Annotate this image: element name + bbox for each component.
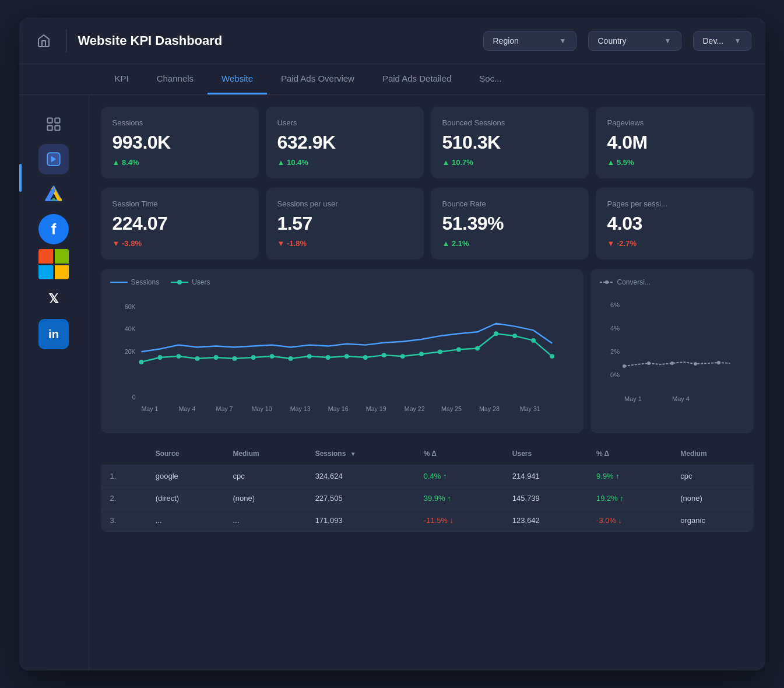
tab-paid-ads-overview[interactable]: Paid Ads Overview bbox=[267, 64, 368, 94]
col-sessions-pct[interactable]: % Δ bbox=[414, 443, 503, 465]
svg-point-53 bbox=[512, 334, 517, 338]
svg-text:May 1: May 1 bbox=[624, 395, 642, 402]
svg-point-12 bbox=[177, 280, 182, 285]
tab-channels[interactable]: Channels bbox=[143, 64, 208, 94]
kpi-card-users: Users 632.9K ▲ 10.4% bbox=[266, 107, 424, 178]
sidebar-item-linkedin[interactable]: in bbox=[38, 319, 69, 349]
svg-point-40 bbox=[269, 354, 274, 359]
svg-text:May 13: May 13 bbox=[290, 405, 310, 412]
home-icon[interactable] bbox=[33, 30, 54, 51]
kpi-card-pageviews: Pageviews 4.0M ▲ 5.5% bbox=[596, 107, 754, 178]
svg-rect-3 bbox=[55, 125, 59, 130]
kpi-label-bounce-rate: Bounce Rate bbox=[442, 199, 577, 208]
tabs-bar: KPI Channels Website Paid Ads Overview P… bbox=[19, 64, 765, 95]
col-sessions[interactable]: Sessions ▼ bbox=[306, 443, 414, 465]
svg-point-44 bbox=[344, 354, 349, 359]
table-row: 3. ... ... 171,093 -11.5% ↓ 123,642 -3.0… bbox=[101, 510, 754, 532]
device-dropdown[interactable]: Dev... ▼ bbox=[693, 31, 751, 51]
kpi-change-pages-per-session: ▼ -2.7% bbox=[607, 239, 742, 248]
svg-text:May 28: May 28 bbox=[479, 405, 499, 412]
svg-text:0: 0 bbox=[132, 394, 135, 401]
kpi-label-sessions: Sessions bbox=[112, 118, 247, 127]
tab-social[interactable]: Soc... bbox=[465, 64, 515, 94]
svg-point-55 bbox=[550, 354, 554, 359]
svg-point-50 bbox=[456, 347, 461, 352]
main-layout: f 𝕏 in Sessions 993.0K ▲ 8.4% Users bbox=[19, 95, 765, 671]
svg-point-69 bbox=[647, 361, 651, 365]
kpi-card-bounce-rate: Bounce Rate 51.39% ▲ 2.1% bbox=[431, 188, 589, 259]
col-users-pct[interactable]: % Δ bbox=[587, 443, 671, 465]
svg-text:May 19: May 19 bbox=[365, 405, 386, 412]
kpi-value-pages-per-session: 4.03 bbox=[607, 213, 742, 234]
kpi-change-bounced-sessions: ▲ 10.7% bbox=[442, 158, 577, 167]
tab-kpi[interactable]: KPI bbox=[101, 64, 143, 94]
svg-text:May 7: May 7 bbox=[216, 405, 233, 412]
sidebar-item-dashboard[interactable] bbox=[38, 109, 69, 139]
svg-text:6%: 6% bbox=[610, 301, 620, 308]
svg-point-49 bbox=[438, 349, 442, 354]
kpi-card-session-time: Session Time 224.07 ▼ -3.8% bbox=[101, 188, 259, 259]
kpi-value-sessions-per-user: 1.57 bbox=[277, 213, 412, 234]
kpi-change-bounce-rate: ▲ 2.1% bbox=[442, 239, 577, 248]
table-row: 2. (direct) (none) 227,505 39.9% ↑ 145,7… bbox=[101, 487, 754, 510]
kpi-label-bounced-sessions: Bounced Sessions bbox=[442, 118, 577, 127]
kpi-change-session-time: ▼ -3.8% bbox=[112, 239, 247, 248]
svg-point-70 bbox=[670, 361, 674, 365]
sidebar-item-twitter-x[interactable]: 𝕏 bbox=[38, 284, 69, 314]
kpi-change-pageviews: ▲ 5.5% bbox=[607, 158, 742, 167]
legend-sessions: Sessions bbox=[110, 278, 160, 286]
kpi-value-bounce-rate: 51.39% bbox=[442, 213, 577, 234]
charts-row: Sessions Users bbox=[101, 269, 754, 433]
sidebar-item-facebook[interactable]: f bbox=[38, 214, 69, 244]
kpi-grid-row1: Sessions 993.0K ▲ 8.4% Users 632.9K ▲ 10… bbox=[101, 107, 754, 178]
svg-text:2%: 2% bbox=[610, 348, 620, 355]
svg-rect-2 bbox=[48, 125, 52, 130]
kpi-label-pages-per-session: Pages per sessi... bbox=[607, 199, 742, 208]
legend-conversion: Conversi... bbox=[600, 278, 651, 286]
data-table-card: Source Medium Sessions ▼ % Δ Users % Δ M… bbox=[101, 443, 754, 532]
kpi-grid-row2: Session Time 224.07 ▼ -3.8% Sessions per… bbox=[101, 188, 754, 259]
region-dropdown[interactable]: Region ▼ bbox=[483, 31, 576, 51]
svg-point-45 bbox=[363, 355, 367, 360]
col-medium2[interactable]: Medium bbox=[671, 443, 753, 465]
svg-point-39 bbox=[251, 355, 255, 360]
svg-point-38 bbox=[232, 356, 237, 361]
svg-text:20K: 20K bbox=[124, 348, 135, 355]
chevron-down-icon: ▼ bbox=[560, 37, 567, 45]
content-area: Sessions 993.0K ▲ 8.4% Users 632.9K ▲ 10… bbox=[89, 95, 765, 671]
kpi-value-bounced-sessions: 510.3K bbox=[442, 132, 577, 153]
svg-text:May 1: May 1 bbox=[141, 405, 158, 412]
svg-text:40K: 40K bbox=[124, 325, 135, 332]
svg-text:0%: 0% bbox=[610, 371, 620, 378]
kpi-value-session-time: 224.07 bbox=[112, 213, 247, 234]
mini-chart-legend: Conversi... bbox=[600, 278, 744, 286]
svg-point-57 bbox=[605, 280, 609, 284]
col-users[interactable]: Users bbox=[503, 443, 587, 465]
svg-point-34 bbox=[157, 355, 162, 360]
mini-chart-card: Conversi... 6% 4% 2% 0% May 1 May 4 bbox=[590, 269, 754, 433]
svg-text:60K: 60K bbox=[124, 303, 135, 310]
chart-legend: Sessions Users bbox=[110, 278, 574, 286]
kpi-value-pageviews: 4.0M bbox=[607, 132, 742, 153]
table-row: 1. google cpc 324,624 0.4% ↑ 214,941 9.9… bbox=[101, 465, 754, 487]
country-dropdown[interactable]: Country ▼ bbox=[588, 31, 681, 51]
svg-point-33 bbox=[139, 360, 143, 364]
svg-point-46 bbox=[381, 353, 386, 357]
sidebar-item-google-ads[interactable] bbox=[38, 179, 69, 209]
svg-point-42 bbox=[307, 354, 311, 359]
kpi-change-users: ▲ 10.4% bbox=[277, 158, 412, 167]
sidebar-item-cursor[interactable] bbox=[38, 144, 69, 174]
svg-text:May 31: May 31 bbox=[519, 405, 540, 412]
page-title: Website KPI Dashboard bbox=[78, 33, 223, 48]
svg-text:May 22: May 22 bbox=[404, 405, 424, 412]
sessions-users-chart: 60K 40K 20K 0 May 1 May 4 May 7 May 10 M… bbox=[110, 293, 574, 422]
tab-paid-ads-detailed[interactable]: Paid Ads Detailed bbox=[368, 64, 465, 94]
kpi-card-bounced-sessions: Bounced Sessions 510.3K ▲ 10.7% bbox=[431, 107, 589, 178]
col-medium[interactable]: Medium bbox=[223, 443, 305, 465]
sidebar-item-microsoft[interactable] bbox=[38, 249, 69, 279]
svg-point-37 bbox=[213, 355, 218, 360]
svg-point-35 bbox=[176, 354, 181, 359]
tab-website[interactable]: Website bbox=[208, 64, 267, 94]
header: Website KPI Dashboard Region ▼ Country ▼… bbox=[19, 17, 765, 64]
col-source[interactable]: Source bbox=[146, 443, 224, 465]
